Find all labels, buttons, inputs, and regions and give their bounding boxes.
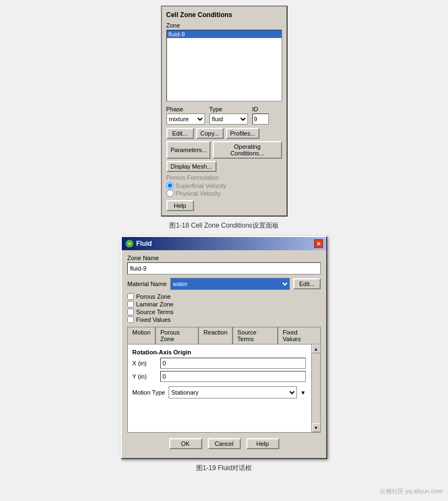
laminar-zone-checkbox-item[interactable]: Laminar Zone xyxy=(127,301,321,308)
fluid-body: Zone Name Material Name water Edit... Po… xyxy=(122,250,326,458)
zone-name-input[interactable] xyxy=(127,262,321,274)
czc-buttons-row2: Parameters... Operating Conditions... xyxy=(166,141,282,159)
tab-porous-zone[interactable]: Porous Zone xyxy=(155,327,198,344)
profiles-button[interactable]: Profiles... xyxy=(226,128,260,139)
scroll-track xyxy=(312,353,320,423)
physical-velocity-input[interactable] xyxy=(166,190,174,197)
motion-type-select[interactable]: Stationary Moving Reference Frame Moving… xyxy=(169,386,297,398)
scroll-up-arrow[interactable]: ▲ xyxy=(312,344,321,353)
porous-formulation-section: Porous Formulation Superficial Velocity … xyxy=(166,174,282,197)
zone-listbox[interactable]: fluid-9 xyxy=(166,30,282,101)
porous-zone-checkbox-item[interactable]: Porous Zone xyxy=(127,293,321,300)
czc-buttons-row3: Display Mesh... xyxy=(166,161,282,172)
fluid-tabs: Motion Porous Zone Reaction Source Terms… xyxy=(127,326,321,344)
x-input[interactable] xyxy=(160,358,306,369)
phase-label: Phase xyxy=(166,106,205,112)
laminar-zone-checkbox[interactable] xyxy=(127,301,134,308)
czc-buttons-row1: Edit... Copy... Profiles... xyxy=(166,128,282,139)
tab-motion[interactable]: Motion xyxy=(127,327,155,344)
x-label: X (in) xyxy=(132,360,157,367)
motion-type-row: Motion Type Stationary Moving Reference … xyxy=(132,386,306,398)
display-mesh-button[interactable]: Display Mesh... xyxy=(166,161,217,172)
rotation-section: Rotation-Axis Origin X (in) Y (in) xyxy=(132,349,306,382)
fluid-dialog: Fluid ✕ Zone Name Material Name water Ed… xyxy=(121,236,327,459)
scroll-down-arrow[interactable]: ▼ xyxy=(312,423,321,432)
fixed-values-checkbox-label: Fixed Values xyxy=(136,316,171,323)
fluid-titlebar: Fluid ✕ xyxy=(122,237,326,250)
tab-motion-content: Rotation-Axis Origin X (in) Y (in) Motio… xyxy=(132,349,316,398)
fluent-app-icon xyxy=(125,239,134,248)
cancel-button[interactable]: Cancel xyxy=(208,438,241,449)
laminar-zone-checkbox-label: Laminar Zone xyxy=(136,301,174,308)
fluid-dialog-buttons: OK Cancel Help xyxy=(127,436,321,454)
czc-help-button[interactable]: Help xyxy=(166,200,194,211)
help-button[interactable]: Help xyxy=(246,438,279,449)
y-rotation-row: Y (in) xyxy=(132,371,306,382)
x-rotation-row: X (in) xyxy=(132,358,306,369)
page-wrapper: Cell Zone Conditions Zone fluid-9 Phase … xyxy=(0,6,448,478)
czc-title: Cell Zone Conditions xyxy=(166,11,282,19)
superficial-velocity-input[interactable] xyxy=(166,182,174,189)
source-terms-checkbox-label: Source Terms xyxy=(136,309,174,315)
porous-formulation-label: Porous Formulation xyxy=(166,174,282,181)
source-terms-checkbox[interactable] xyxy=(127,309,134,315)
material-edit-button[interactable]: Edit... xyxy=(293,278,321,289)
fluid-title: Fluid xyxy=(136,240,152,247)
fluid-caption: 图1-19 Fluid对话框 xyxy=(196,464,252,473)
czc-panel: Cell Zone Conditions Zone fluid-9 Phase … xyxy=(161,6,288,217)
y-label: Y (in) xyxy=(132,373,157,380)
fixed-values-checkbox[interactable] xyxy=(127,316,134,323)
id-field: ID xyxy=(252,106,269,125)
tab-source-terms[interactable]: Source Terms xyxy=(233,327,278,344)
material-name-label: Material Name xyxy=(127,281,167,287)
operating-conditions-button[interactable]: Operating Conditions... xyxy=(213,141,282,159)
superficial-velocity-label: Superficial Velocity xyxy=(176,182,226,189)
phase-field: Phase mixture xyxy=(166,106,205,125)
type-label: Type xyxy=(209,106,248,112)
material-name-select[interactable]: water xyxy=(170,278,290,290)
fixed-values-checkbox-item[interactable]: Fixed Values xyxy=(127,316,321,323)
phase-select[interactable]: mixture xyxy=(166,114,205,125)
id-label: ID xyxy=(252,106,269,112)
motion-type-label: Motion Type xyxy=(132,389,165,396)
material-name-row: Material Name water Edit... xyxy=(127,278,321,290)
zone-name-label: Zone Name xyxy=(127,255,321,261)
type-select[interactable]: fluid xyxy=(209,114,248,125)
y-input[interactable] xyxy=(160,371,306,382)
phase-type-id-group: Phase mixture Type fluid ID xyxy=(166,106,282,125)
copy-button[interactable]: Copy... xyxy=(196,128,224,139)
dropdown-icon: ▼ xyxy=(300,390,306,396)
tab-fixed-values[interactable]: Fixed Values xyxy=(278,327,321,344)
tab-reaction[interactable]: Reaction xyxy=(198,327,232,344)
fluid-checkboxes: Porous Zone Laminar Zone Source Terms Fi… xyxy=(127,293,321,323)
porous-radio-group: Superficial Velocity Physical Velocity xyxy=(166,182,282,197)
rotation-axis-origin-title: Rotation-Axis Origin xyxy=(132,349,306,355)
tab-scrollbar: ▲ ▼ xyxy=(311,344,320,432)
superficial-velocity-radio[interactable]: Superficial Velocity xyxy=(166,182,282,189)
fluid-close-button[interactable]: ✕ xyxy=(314,239,323,248)
physical-velocity-label: Physical Velocity xyxy=(176,190,221,197)
source-terms-checkbox-item[interactable]: Source Terms xyxy=(127,309,321,315)
type-field: Type fluid xyxy=(209,106,248,125)
czc-caption: 图1-18 Cell Zone Conditions设置面板 xyxy=(169,221,279,230)
fluid-tab-content: Rotation-Axis Origin X (in) Y (in) Motio… xyxy=(127,344,321,433)
czc-help-row: Help xyxy=(166,200,282,211)
ok-button[interactable]: OK xyxy=(169,438,202,449)
watermark: 云栖社区 yq.aliyun.com xyxy=(380,487,442,495)
zone-list-item[interactable]: fluid-9 xyxy=(167,30,282,38)
porous-zone-checkbox[interactable] xyxy=(127,293,134,300)
physical-velocity-radio[interactable]: Physical Velocity xyxy=(166,190,282,197)
fluid-titlebar-left: Fluid xyxy=(125,239,152,248)
edit-button[interactable]: Edit... xyxy=(166,128,194,139)
zone-label: Zone xyxy=(166,22,282,29)
id-input[interactable] xyxy=(252,114,269,125)
porous-zone-checkbox-label: Porous Zone xyxy=(136,293,171,300)
parameters-button[interactable]: Parameters... xyxy=(166,141,210,159)
